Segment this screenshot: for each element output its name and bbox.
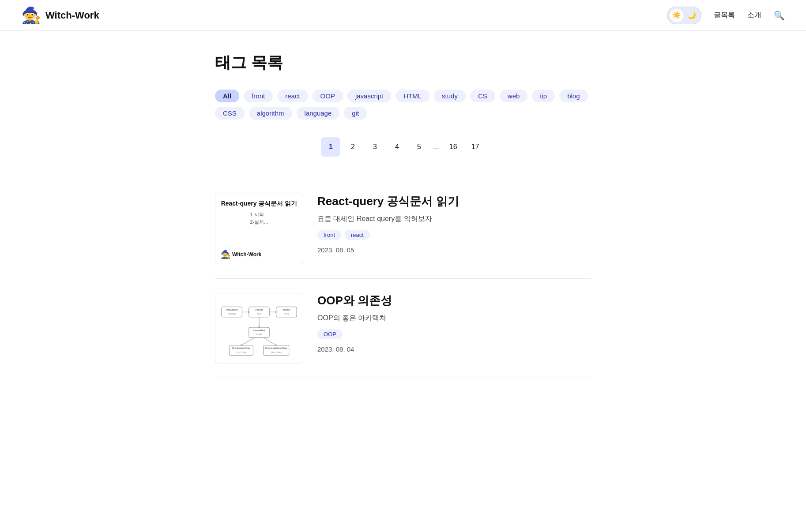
tag-chip-web[interactable]: web [500,90,528,102]
post-desc: OOP의 좋은 아키텍처 [317,314,591,323]
search-button[interactable]: 🔍 [774,10,785,21]
tag-chip-css[interactable]: CSS [215,107,245,120]
svg-line-21 [241,337,255,345]
svg-text:Account: Account [255,309,263,311]
post-item: TimeDeposit (정기예금) Account (계좌) Interest… [215,279,591,378]
svg-text:(단리 이자율): (단리 이자율) [236,352,247,353]
post-content: OOP와 의존성OOP의 좋은 아키텍처OOP2023. 08. 04 [317,293,591,353]
thumb-logo: 🧙Witch-Work [221,250,261,259]
moon-icon: 🌙 [685,9,698,22]
post-item: React-query 공식문서 읽기1-시작2-설치...🧙Witch-Wor… [215,180,591,279]
sun-icon: ☀️ [670,9,683,22]
post-tags: frontreact [317,230,591,240]
thumb-toc: 1-시작2-설치... [250,211,268,226]
logo-icon: 🧙 [21,6,41,25]
tag-chip-react[interactable]: react [277,90,308,102]
post-tag-oop[interactable]: OOP [317,329,343,339]
post-thumbnail[interactable]: TimeDeposit (정기예금) Account (계좌) Interest… [215,293,303,363]
tag-chip-study[interactable]: study [434,90,466,102]
post-content: React-query 공식문서 읽기요즘 대세인 React query를 익… [317,194,591,254]
tag-chip-language[interactable]: language [297,107,340,120]
svg-text:(복리 이자율): (복리 이자율) [271,352,282,353]
post-date: 2023. 08. 04 [317,345,591,353]
pagination-ellipsis: ... [431,143,441,151]
page-btn-1[interactable]: 1 [321,137,340,157]
svg-rect-0 [222,307,242,317]
tag-chip-algorithm[interactable]: algorithm [249,107,292,120]
tag-chip-git[interactable]: git [344,107,367,120]
nav-about-link[interactable]: 소개 [747,11,761,20]
tag-chip-html[interactable]: HTML [395,90,429,102]
svg-text:Interest: Interest [283,309,290,311]
oop-diagram-svg: TimeDeposit (정기예금) Account (계좌) Interest… [221,297,298,359]
svg-line-22 [264,337,276,345]
pagination: 12345...1617 [215,137,591,157]
tag-chip-tip[interactable]: tip [532,90,555,102]
svg-rect-15 [229,345,253,356]
post-list: React-query 공식문서 읽기1-시작2-설치...🧙Witch-Wor… [215,180,591,378]
post-desc: 요즘 대세인 React query를 익혀보자 [317,214,591,224]
tag-chip-javascript[interactable]: javascript [347,90,391,102]
header: 🧙 Witch-Work ☀️ 🌙 글목록 소개 🔍 [0,0,806,31]
page-btn-5[interactable]: 5 [409,137,429,157]
post-tag-react[interactable]: react [345,230,370,240]
page-btn-2[interactable]: 2 [343,137,362,157]
thumb-logo-icon: 🧙 [221,250,230,259]
page-btn-3[interactable]: 3 [365,137,384,157]
svg-text:CompoundInterestRate: CompoundInterestRate [265,347,287,349]
main-content: 태그 목록 AllfrontreactOOPjavascriptHTMLstud… [204,31,602,399]
site-name: Witch-Work [45,10,99,21]
theme-toggle[interactable]: ☀️ 🌙 [667,7,701,24]
page-btn-17[interactable]: 17 [466,137,485,157]
svg-rect-11 [249,327,269,337]
svg-rect-3 [249,307,269,317]
tag-chip-blog[interactable]: blog [559,90,588,102]
oop-diagram: TimeDeposit (정기예금) Account (계좌) Interest… [221,299,298,358]
tag-chip-oop[interactable]: OOP [313,90,343,102]
svg-text:(계좌): (계좌) [257,313,262,315]
post-thumbnail[interactable]: React-query 공식문서 읽기1-시작2-설치...🧙Witch-Wor… [215,194,303,264]
post-title[interactable]: OOP와 의존성 [317,293,591,308]
svg-text:TimeDeposit: TimeDeposit [226,309,238,311]
tag-chip-front[interactable]: front [244,90,273,102]
post-tag-front[interactable]: front [317,230,341,240]
svg-text:SimpleInterestRate: SimpleInterestRate [232,347,250,349]
tag-chip-all[interactable]: All [215,90,239,102]
page-btn-4[interactable]: 4 [387,137,407,157]
page-title: 태그 목록 [215,52,591,74]
svg-rect-18 [264,345,289,356]
nav-posts-link[interactable]: 글목록 [714,11,735,20]
post-title[interactable]: React-query 공식문서 읽기 [317,194,591,209]
thumb-title: React-query 공식문서 읽기 [221,199,298,208]
svg-text:(이자): (이자) [284,313,289,315]
post-date: 2023. 08. 05 [317,246,591,254]
svg-text:(정기예금): (정기예금) [228,313,236,315]
svg-text:(이자율): (이자율) [256,333,263,335]
svg-text:InterestRate: InterestRate [253,330,265,332]
page-btn-16[interactable]: 16 [444,137,463,157]
svg-rect-6 [276,307,297,317]
tag-list: AllfrontreactOOPjavascriptHTMLstudyCSweb… [215,90,591,120]
thumb-logo-text: Witch-Work [232,251,261,258]
header-right: ☀️ 🌙 글목록 소개 🔍 [667,7,785,24]
logo-area[interactable]: 🧙 Witch-Work [21,6,99,25]
post-tags: OOP [317,329,591,339]
tag-chip-cs[interactable]: CS [470,90,495,102]
